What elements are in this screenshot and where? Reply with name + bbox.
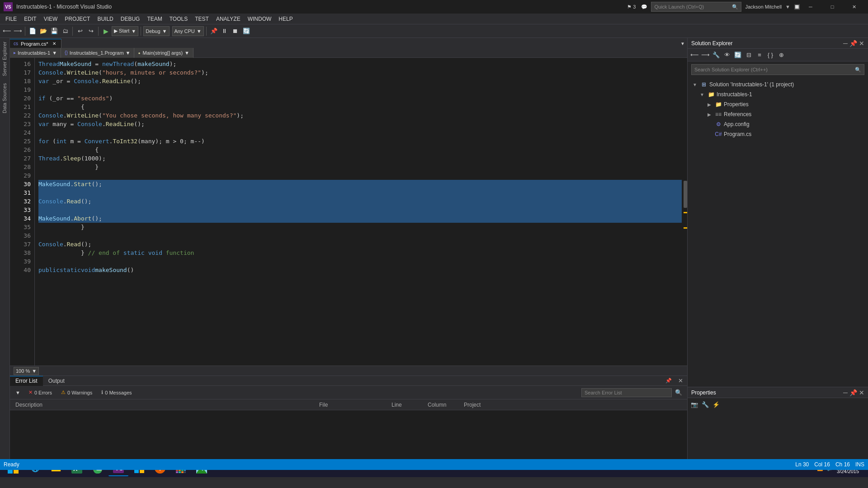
- tree-properties[interactable]: ▶ 📁 Properties: [688, 99, 868, 109]
- error-list-pin-btn[interactable]: 📌: [664, 376, 674, 386]
- project-selector[interactable]: ▸ Instructables-1 ▼: [10, 48, 61, 58]
- attach-btn[interactable]: 📌: [209, 26, 219, 36]
- se-properties-btn[interactable]: 🔧: [711, 50, 721, 60]
- close-button[interactable]: ✕: [844, 0, 864, 14]
- code-editor[interactable]: 1617181920212223242526272829303132333435…: [10, 58, 682, 366]
- menu-file[interactable]: FILE: [2, 14, 20, 24]
- title-bar: VS Instructables-1 - Microsoft Visual St…: [0, 0, 868, 14]
- zoom-level: 100 %: [16, 368, 30, 374]
- data-sources-tab[interactable]: Data Sources: [0, 80, 9, 117]
- start-dropdown[interactable]: ▶ Start ▼: [112, 26, 138, 36]
- menu-tools[interactable]: TOOLS: [166, 14, 191, 24]
- stop-btn[interactable]: ⏹: [231, 26, 241, 36]
- props-close-btn[interactable]: ✕: [859, 389, 864, 396]
- start-btn[interactable]: ▶: [101, 26, 111, 36]
- menu-window[interactable]: WINDOW: [244, 14, 275, 24]
- redo-btn[interactable]: ↪: [86, 26, 96, 36]
- se-close-btn[interactable]: ✕: [859, 40, 864, 47]
- errors-filter[interactable]: ✕ 0 Errors: [26, 389, 55, 396]
- tab-collapse-btn[interactable]: ▼: [678, 39, 687, 48]
- solution-label: Solution 'Instructables-1' (1 project): [709, 81, 794, 88]
- editor-scrollbar[interactable]: [682, 58, 687, 366]
- tree-project[interactable]: ▼ 📁 Instructables-1: [688, 89, 868, 99]
- props-btn1[interactable]: 📷: [689, 399, 699, 409]
- code-content[interactable]: Thread MakeSound = new Thread(makeSound)…: [35, 58, 682, 366]
- properties-toolbar: 📷 🔧 ⚡: [688, 398, 868, 411]
- props-btn2[interactable]: 🔧: [700, 399, 710, 409]
- server-explorer-tab[interactable]: Server Explorer: [0, 38, 9, 80]
- menu-build[interactable]: BUILD: [94, 14, 117, 24]
- platform-dropdown[interactable]: Any CPU ▼: [172, 26, 204, 36]
- tree-references[interactable]: ▶ ≡≡ References: [688, 109, 868, 119]
- se-forward-btn[interactable]: ⟶: [700, 50, 710, 60]
- se-pin-btn[interactable]: ─: [843, 40, 848, 47]
- message-icon: ℹ: [101, 389, 103, 395]
- status-ch: Ch 16: [835, 461, 850, 468]
- menu-project[interactable]: PROJECT: [61, 14, 94, 24]
- open-btn[interactable]: 📂: [38, 26, 48, 36]
- undo-btn[interactable]: ↩: [75, 26, 85, 36]
- props-pin-btn[interactable]: ─: [843, 389, 848, 396]
- quick-launch[interactable]: Quick Launch (Ctrl+Q) 🔍: [651, 2, 741, 12]
- bottom-tab-output[interactable]: Output: [43, 376, 70, 386]
- pause-btn[interactable]: ⏸: [220, 26, 230, 36]
- col-project[interactable]: Project: [464, 402, 518, 408]
- col-column[interactable]: Column: [428, 402, 464, 408]
- bottom-tab-error-list[interactable]: Error List: [10, 376, 43, 386]
- restart-btn[interactable]: 🔄: [241, 26, 251, 36]
- minimize-button[interactable]: ─: [800, 0, 821, 14]
- program-cs-label: Program.cs: [724, 131, 751, 137]
- zoom-dropdown[interactable]: 100 % ▼: [14, 367, 39, 375]
- maximize-button[interactable]: □: [822, 0, 843, 14]
- config-dropdown[interactable]: Debug ▼: [143, 26, 169, 36]
- error-search[interactable]: Search Error List: [581, 388, 672, 397]
- props-pin2-btn[interactable]: 📌: [849, 389, 857, 396]
- warnings-filter[interactable]: ⚠ 0 Warnings: [58, 389, 95, 396]
- user-name: Jackson Mitchell: [745, 4, 782, 9]
- error-search-icon[interactable]: 🔍: [674, 388, 684, 398]
- se-pin2-btn[interactable]: 📌: [849, 40, 857, 47]
- se-collapse-btn[interactable]: ⊟: [744, 50, 754, 60]
- menu-view[interactable]: VIEW: [40, 14, 61, 24]
- warning-icon: ⚠: [61, 389, 66, 395]
- forward-btn[interactable]: ⟶: [13, 26, 23, 36]
- se-search-input[interactable]: Search Solution Explorer (Ctrl++) 🔍: [691, 64, 864, 75]
- menu-team[interactable]: TEAM: [143, 14, 165, 24]
- menu-test[interactable]: TEST: [191, 14, 212, 24]
- error-list-close-btn[interactable]: ✕: [675, 376, 685, 386]
- se-show-all-btn[interactable]: 👁: [722, 50, 732, 60]
- tree-solution[interactable]: ▼ ⊞ Solution 'Instructables-1' (1 projec…: [688, 80, 868, 89]
- se-code-btn[interactable]: { }: [765, 50, 775, 60]
- notification-icon[interactable]: ⚑ 3: [627, 4, 636, 10]
- se-back-btn[interactable]: ⟵: [689, 50, 699, 60]
- method-icon: ⬥: [138, 50, 141, 55]
- se-filter-btn[interactable]: ≡: [755, 50, 764, 60]
- menu-help[interactable]: HELP: [275, 14, 296, 24]
- col-line[interactable]: Line: [392, 402, 428, 408]
- col-file[interactable]: File: [319, 402, 392, 408]
- save-btn[interactable]: 💾: [49, 26, 59, 36]
- chat-icon[interactable]: 💬: [641, 4, 647, 10]
- tree-program-cs[interactable]: C# Program.cs: [688, 129, 868, 139]
- method-selector[interactable]: ⬥ Main(string[] args) ▼: [134, 48, 193, 58]
- status-left: Ready: [4, 461, 19, 468]
- menu-edit[interactable]: EDIT: [20, 14, 40, 24]
- tab-program-cs[interactable]: cs Program.cs* ✕: [10, 39, 61, 48]
- error-filter-dropdown[interactable]: ▼: [14, 388, 22, 398]
- class-selector[interactable]: {} Instructables_1.Program ▼: [61, 48, 134, 58]
- se-refresh-btn[interactable]: 🔄: [733, 50, 743, 60]
- tab-close-btn[interactable]: ✕: [51, 41, 57, 47]
- props-btn3[interactable]: ⚡: [711, 399, 721, 409]
- new-proj-btn[interactable]: 📄: [28, 26, 38, 36]
- se-scope-btn[interactable]: ⊕: [776, 50, 786, 60]
- body-area: Server Explorer Data Sources cs Program.…: [0, 38, 868, 459]
- error-list-header: ▼ ✕ 0 Errors ⚠ 0 Warnings ℹ 0 Messages: [10, 386, 687, 399]
- messages-filter[interactable]: ℹ 0 Messages: [99, 389, 134, 396]
- menu-debug[interactable]: DEBUG: [117, 14, 144, 24]
- col-description[interactable]: Description: [12, 402, 319, 408]
- tree-app-config[interactable]: ⚙ App.config: [688, 119, 868, 129]
- save-all-btn[interactable]: 🗂: [60, 26, 70, 36]
- back-btn[interactable]: ⟵: [2, 26, 12, 36]
- scroll-thumb[interactable]: [684, 181, 687, 208]
- menu-analyze[interactable]: ANALYZE: [212, 14, 244, 24]
